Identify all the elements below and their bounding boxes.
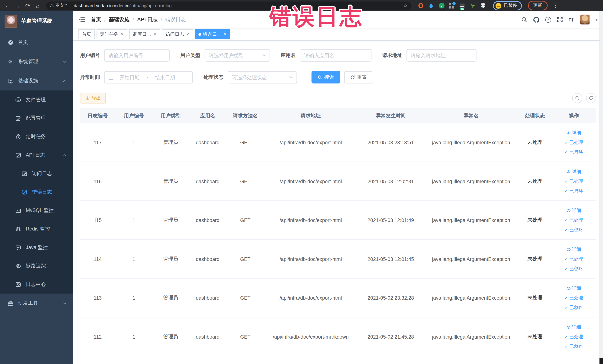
not-secure-badge[interactable]: ⚠ 不安全 [50,3,68,9]
close-icon[interactable]: ✕ [223,32,227,37]
search-button[interactable]: 搜索 [312,71,340,83]
sidebar-item-file-manage[interactable]: 文件管理 [0,91,73,109]
breadcrumb-api-log[interactable]: API 日志 [137,16,158,23]
profile-paused-pill[interactable]: 已暂停 [493,1,522,10]
browser-menu-icon[interactable]: ⋮ [553,3,558,9]
user-type-select[interactable] [205,49,270,61]
sidebar-item-access-log[interactable]: 访问日志 [0,164,73,183]
export-button[interactable]: 导出 [80,93,106,104]
browser-update-button[interactable]: 更新 [528,1,547,10]
request-url-input[interactable] [411,52,472,58]
sidebar-item-redis-monitor[interactable]: Redis 监控 [0,220,73,238]
infra-icon [8,78,13,84]
end-date-input[interactable] [151,75,179,80]
github-icon[interactable] [533,16,539,23]
font-size-icon[interactable]: TT [569,16,574,23]
reset-button[interactable]: 重置 [344,71,373,83]
mark-ignored-link[interactable]: ✓已忽略 [564,149,583,155]
sidebar-item-home[interactable]: 首页 [0,33,73,52]
sidebar-item-api-log[interactable]: API 日志 [0,146,73,164]
avatar-caret-icon[interactable]: ▾ [596,17,598,22]
sidebar-item-dev-tools[interactable]: 研发工具 [0,294,73,313]
mark-ignored-link[interactable]: ✓已忽略 [564,343,583,350]
mark-ignored-link[interactable]: ✓已忽略 [564,304,583,311]
sidebar-item-config-manage[interactable]: 配置管理 [0,109,73,127]
mark-processed-link[interactable]: ✓已处理 [564,294,583,301]
sidebar-item-error-log[interactable]: 错误日志 [0,183,73,201]
extension-drop-icon[interactable] [428,2,434,9]
sidebar-item-infra[interactable]: 基础设施 [0,71,73,91]
extension-grid-icon[interactable] [449,2,455,9]
mark-ignored-link[interactable]: ✓已忽略 [564,265,583,272]
fullscreen-icon[interactable] [557,16,563,23]
cell-user-type: 管理员 [152,217,189,223]
mark-ignored-link[interactable]: ✓已忽略 [564,226,583,233]
sidebar-item-log-center[interactable]: 日志中心 [0,275,73,294]
extension-orange-icon[interactable] [418,2,424,9]
search-icon[interactable] [521,16,527,23]
help-icon[interactable]: ? [545,17,551,23]
extension-on-switch-icon[interactable]: on [459,2,465,9]
app-name-input[interactable] [304,52,367,58]
mark-ignored-link[interactable]: ✓已忽略 [564,188,583,194]
detail-link[interactable]: 详细 [567,324,581,330]
extension-green-y-icon[interactable]: y [438,2,444,9]
detail-link[interactable]: 详细 [567,129,581,136]
table-row: 116 1 管理员 dashboard GET /api/infra/db-do… [80,162,596,201]
check-icon: ✓ [564,305,568,310]
extensions-puzzle-icon[interactable] [480,2,486,9]
process-status-select[interactable] [228,71,297,83]
col-status: 处理状态 [518,112,552,119]
reload-icon[interactable]: ⟳ [24,0,32,11]
process-status-select-input[interactable] [232,75,287,80]
close-icon[interactable]: ✕ [153,32,157,37]
mark-processed-link[interactable]: ✓已处理 [564,333,583,340]
sidebar-item-system[interactable]: ⚙ 系统管理 [0,52,73,71]
app-logo[interactable]: 芋道管理系统 [0,11,73,31]
detail-link[interactable]: 详细 [567,207,581,214]
mark-processed-link[interactable]: ✓已处理 [564,178,583,185]
cell-log-id: 117 [80,140,116,145]
tab-scheduled-jobs[interactable]: 定时任务✕ [97,29,127,39]
close-icon[interactable]: ✕ [186,32,189,37]
detail-link[interactable]: 详细 [567,285,581,292]
sidebar-collapse-icon[interactable] [78,16,85,23]
sidebar-item-java-monitor[interactable]: Java 监控 [0,238,73,257]
refresh-table-button[interactable] [586,93,596,103]
tab-home[interactable]: 首页 [78,29,94,39]
extension-plant-icon[interactable] [470,2,476,9]
user-type-select-input[interactable] [209,52,260,58]
start-date-input[interactable] [116,75,143,80]
detail-link[interactable]: 详细 [567,168,581,175]
cell-user-id: 1 [115,256,152,262]
close-icon[interactable]: ✕ [120,32,124,37]
breadcrumb-home[interactable]: 首页 [91,16,101,23]
address-bar[interactable]: ⚠ 不安全 dashboard.yudao.iocoder.cn/infra/l… [46,1,412,10]
mark-processed-link[interactable]: ✓已处理 [564,139,583,146]
breadcrumb: 首页 / 基础设施 / API 日志 / 错误日志 [91,16,186,23]
detail-link[interactable]: 详细 [567,246,581,253]
user-avatar[interactable] [580,15,590,25]
filter-label: 异常时间 [80,74,100,81]
bookmark-star-icon[interactable]: ☆ [403,3,408,9]
toggle-search-button[interactable] [572,93,582,103]
java-monitor-icon [15,245,21,250]
sidebar-item-mysql-monitor[interactable]: MySQL 监控 [0,201,73,220]
vertical-scrollbar[interactable] [600,11,603,364]
breadcrumb-infra[interactable]: 基础设施 [109,16,129,23]
table-row: 115 1 管理员 dashboard GET /api/infra/db-do… [80,201,596,240]
tab-access-log[interactable]: 访问日志✕ [162,29,193,39]
user-id-input[interactable] [108,52,165,58]
tab-error-log[interactable]: 错误日志✕ [195,29,230,39]
back-icon[interactable]: ← [4,0,12,11]
filter-label: 处理状态 [203,74,223,81]
sidebar-item-trace[interactable]: 链路追踪 [0,257,73,275]
sidebar-item-scheduled-jobs[interactable]: 定时任务 [0,127,73,146]
cell-log-id: 115 [80,217,116,223]
mark-processed-link[interactable]: ✓已处理 [564,217,583,223]
mark-processed-link[interactable]: ✓已处理 [564,256,583,262]
tab-dispatch-log[interactable]: 调度日志✕ [129,29,160,39]
forward-icon[interactable]: → [14,0,22,11]
date-range-picker[interactable]: - [104,71,193,83]
home-icon[interactable]: ⌂ [34,0,42,11]
